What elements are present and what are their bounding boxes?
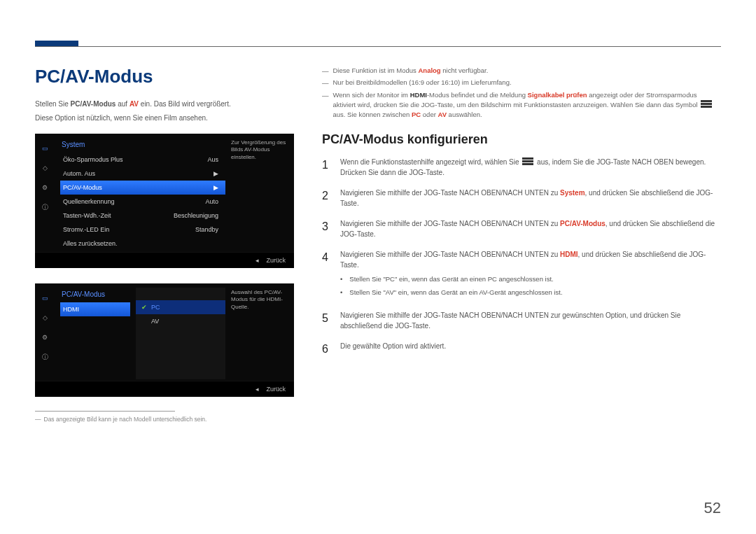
- t: Signalkabel prüfen: [528, 91, 587, 99]
- osd-suboption-av: AV: [136, 314, 225, 328]
- v: Standby: [195, 226, 218, 233]
- info-icon: ⓘ: [39, 352, 50, 362]
- intro-line-2: Diese Option ist nützlich, wenn Sie eine…: [35, 113, 301, 124]
- t: AV: [130, 100, 139, 108]
- header-rule: [35, 46, 721, 47]
- header-accent: [35, 41, 78, 46]
- right-column: ― Diese Funktion ist im Modus Analog nic…: [322, 66, 721, 423]
- t: Navigieren Sie mithilfe der JOG-Taste NA…: [340, 189, 560, 197]
- l: PC/AV-Modus: [63, 184, 102, 191]
- t: -Modus befindet und die Meldung: [427, 91, 528, 99]
- osd-description: Auswahl des PC/AV-Modus für die HDMI-Que…: [230, 283, 294, 381]
- gear-icon: ⚙: [39, 183, 50, 192]
- t: Drücken Sie dann die JOG-Taste.: [340, 169, 444, 176]
- list-item: Stellen Sie "PC" ein, wenn das Gerät an …: [340, 274, 721, 284]
- t: auf: [115, 100, 129, 108]
- menu-icon: [701, 100, 712, 108]
- t: Wenn die Funktionstastenhilfe angezeigt …: [340, 158, 521, 166]
- t: PC/AV-Modus: [71, 100, 116, 108]
- osd-row-highlight: PC/AV-Modus▶: [60, 181, 225, 195]
- osd-footer: ◂Zurück: [35, 252, 294, 268]
- osd-suboption-pc: ✔PC: [136, 300, 225, 314]
- v: Beschleunigung: [174, 212, 218, 219]
- intro-line-1: Stellen Sie PC/AV-Modus auf AV ein. Das …: [35, 99, 301, 110]
- osd-description: Zur Vergrößerung des Bilds AV-Modus eins…: [230, 134, 294, 252]
- t: Analog: [418, 66, 440, 74]
- back-label: Zurück: [266, 386, 286, 393]
- osd-main: System Öko-Sparmodus PlusAus Autom. Aus▶…: [55, 134, 230, 252]
- t: ein. Das Bild wird vergrößert.: [139, 100, 231, 108]
- osd-row-highlight: HDMI: [60, 302, 130, 316]
- t: aus, indem Sie die JOG-Taste NACH OBEN b…: [535, 158, 706, 166]
- osd-menu-system: ▭ ◇ ⚙ ⓘ System Öko-Sparmodus PlusAus Aut…: [35, 134, 294, 268]
- l: PC: [151, 304, 160, 311]
- osd-menu-pcav: ▭ ◇ ⚙ ⓘ PC/AV-Modus HDMI ✔PC AV: [35, 283, 294, 397]
- step-item: Navigieren Sie mithilfe der JOG-Taste NA…: [322, 188, 721, 209]
- osd-sidebar: ▭ ◇ ⚙ ⓘ: [35, 283, 55, 381]
- info-icon: ⓘ: [39, 202, 50, 212]
- note-line: ― Nur bei Breitbildmodellen (16:9 oder 1…: [322, 78, 721, 88]
- step-item: Die gewählte Option wird aktiviert.: [322, 341, 721, 358]
- t: Navigieren Sie mithilfe der JOG-Taste NA…: [340, 251, 560, 258]
- back-icon: ◂: [255, 257, 259, 264]
- l: AV: [151, 318, 159, 325]
- page-number: 52: [704, 499, 721, 517]
- picture-icon: ◇: [39, 313, 50, 323]
- back-icon: ◂: [255, 386, 259, 393]
- back-label: Zurück: [266, 257, 286, 264]
- v: ▶: [214, 170, 218, 177]
- footnote-text: Das angezeigte Bild kann je nach Modell …: [44, 416, 207, 423]
- l: Öko-Sparmodus Plus: [63, 156, 123, 163]
- page-content: PC/AV-Modus Stellen Sie PC/AV-Modus auf …: [35, 66, 721, 423]
- monitor-icon: ▭: [39, 293, 50, 303]
- osd-main: PC/AV-Modus HDMI ✔PC AV: [55, 283, 230, 381]
- t: PC: [412, 111, 421, 118]
- t: Diese Funktion ist im Modus: [333, 66, 419, 74]
- osd-title: PC/AV-Modus: [60, 288, 130, 302]
- l: Autom. Aus: [63, 170, 95, 177]
- t: PC/AV-Modus: [560, 220, 606, 227]
- footnote: ―Das angezeigte Bild kann je nach Modell…: [35, 416, 301, 423]
- footnote-rule: [35, 411, 175, 412]
- l: Tasten-Wdh.-Zeit: [63, 212, 111, 219]
- osd-footer: ◂Zurück: [35, 381, 294, 397]
- t: Navigieren Sie mithilfe der JOG-Taste NA…: [340, 310, 721, 331]
- osd-sidebar: ▭ ◇ ⚙ ⓘ: [35, 134, 55, 252]
- note-line: ― Wenn sich der Monitor im HDMI-Modus be…: [322, 90, 721, 120]
- t: nicht verfügbar.: [441, 66, 489, 74]
- l: Alles zurücksetzen.: [63, 240, 118, 247]
- osd-row: QuellenerkennungAuto: [60, 195, 225, 209]
- left-column: PC/AV-Modus Stellen Sie PC/AV-Modus auf …: [35, 66, 301, 423]
- check-icon: ✔: [141, 304, 147, 311]
- note-line: ― Diese Funktion ist im Modus Analog nic…: [322, 66, 721, 76]
- osd-row: Öko-Sparmodus PlusAus: [60, 153, 225, 167]
- l: HDMI: [63, 306, 79, 313]
- inner-list: Stellen Sie "PC" ein, wenn das Gerät an …: [340, 274, 721, 297]
- steps-list: Wenn die Funktionstastenhilfe angezeigt …: [322, 157, 721, 358]
- menu-icon: [522, 157, 533, 165]
- list-item: Stellen Sie "AV" ein, wenn das Gerät an …: [340, 288, 721, 297]
- gear-icon: ⚙: [39, 332, 50, 342]
- t: System: [560, 189, 585, 197]
- osd-subpanel: ✔PC AV: [136, 288, 225, 379]
- t: Stellen Sie: [35, 100, 71, 108]
- t: AV: [438, 111, 447, 118]
- t: auswählen.: [447, 111, 482, 118]
- v: Aus: [207, 156, 218, 163]
- monitor-icon: ▭: [39, 143, 50, 153]
- l: Stromv.-LED Ein: [63, 226, 109, 233]
- step-item: Navigieren Sie mithilfe der JOG-Taste NA…: [322, 218, 721, 239]
- t: aus. Sie können zwischen: [333, 111, 412, 118]
- osd-row: Stromv.-LED EinStandby: [60, 223, 225, 237]
- v: Auto: [205, 198, 218, 205]
- t: Wenn sich der Monitor im: [333, 91, 410, 99]
- osd-row: Tasten-Wdh.-ZeitBeschleunigung: [60, 209, 225, 223]
- t: Die gewählte Option wird aktiviert.: [340, 341, 721, 358]
- t: Stellen Sie "PC" ein, wenn das Gerät an …: [349, 274, 553, 284]
- page-title: PC/AV-Modus: [35, 66, 301, 87]
- picture-icon: ◇: [39, 163, 50, 173]
- t: HDMI: [410, 91, 427, 99]
- step-item: Navigieren Sie mithilfe der JOG-Taste NA…: [322, 249, 721, 300]
- t: HDMI: [560, 251, 578, 258]
- l: Quellenerkennung: [63, 198, 115, 205]
